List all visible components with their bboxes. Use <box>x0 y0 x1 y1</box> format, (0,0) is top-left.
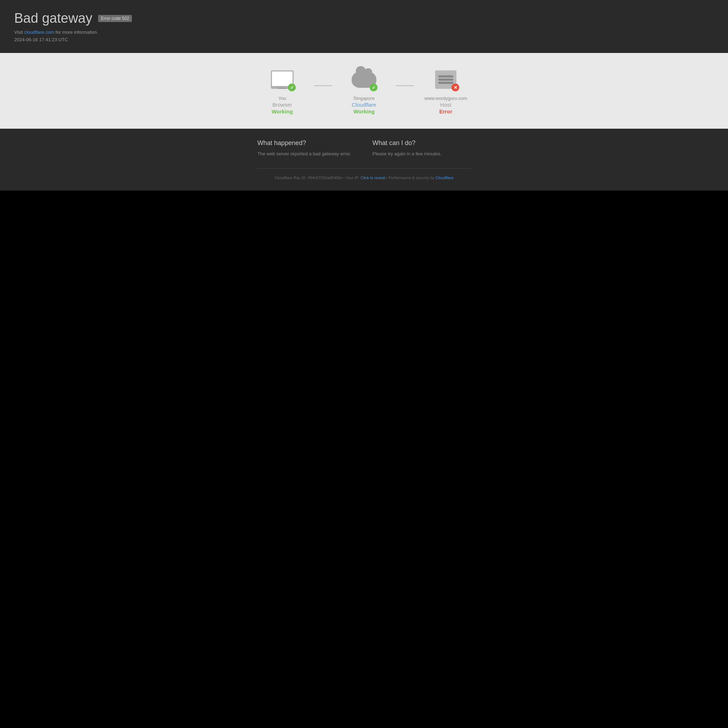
visit-suffix: for more information. <box>54 29 98 35</box>
page-title: Bad gateway <box>14 11 92 26</box>
host-label: www.wordyguru.com <box>424 96 467 101</box>
footer: Cloudflare Ray ID: #94c97262ad9400e • Yo… <box>14 176 714 180</box>
timestamp: 2024-06-16 17:41:23 UTC <box>14 37 714 42</box>
node-host: ✕ www.wordyguru.com Host Error <box>414 67 478 115</box>
click-to-reveal-link[interactable]: Click to reveal <box>361 176 385 180</box>
what-can-i-do-col: What can I do? Please try again in a few… <box>373 139 442 158</box>
cloudflare-icon-container: ✓ <box>350 67 378 92</box>
connector-2 <box>396 85 414 86</box>
visit-prefix: Visit <box>14 29 24 35</box>
server-line-3 <box>438 82 453 84</box>
node-cloudflare: ✓ Singapore Cloudflare Working <box>332 67 396 115</box>
you-sublabel: Browser <box>272 102 292 108</box>
host-status-error-icon: ✕ <box>451 84 459 91</box>
what-happened-body: The web server reported a bad gateway er… <box>257 150 351 158</box>
error-badge: Error code 502 <box>98 15 132 22</box>
cloudflare-footer-link[interactable]: Cloudflare <box>436 176 453 180</box>
you-label: You <box>278 96 286 101</box>
node-you: ✓ You Browser Working <box>250 67 314 115</box>
cloudflare-label: Singapore <box>353 96 374 101</box>
what-happened-title: What happened? <box>257 139 351 147</box>
you-icon-container: ✓ <box>268 67 297 92</box>
error-title-row: Bad gateway Error code 502 <box>14 11 714 26</box>
host-status: Error <box>439 109 453 115</box>
info-columns: What happened? The web server reported a… <box>257 139 471 158</box>
perf-prefix: • Performance & security by <box>385 176 436 180</box>
cloudflare-status: Working <box>353 109 375 115</box>
host-sublabel: Host <box>440 102 451 108</box>
server-line-2 <box>438 78 453 81</box>
what-happened-col: What happened? The web server reported a… <box>257 139 351 158</box>
cloudflare-link[interactable]: cloudflare.com <box>24 29 54 35</box>
cloudflare-status-check-icon: ✓ <box>370 84 378 91</box>
status-section: ✓ You Browser Working ✓ Singapore Cloudf… <box>0 53 728 128</box>
bottom-section: What happened? The web server reported a… <box>0 128 728 191</box>
cloudflare-name: Cloudflare <box>352 102 376 108</box>
connector-1 <box>314 85 332 86</box>
ip-prefix: • Your IP: <box>342 176 361 180</box>
what-can-i-do-title: What can I do? <box>373 139 442 147</box>
ray-id: #94c97262ad9400e <box>307 176 342 180</box>
top-header: Bad gateway Error code 502 Visit cloudfl… <box>0 0 728 53</box>
what-can-i-do-body: Please try again in a few minutes. <box>373 150 442 158</box>
divider <box>257 168 471 168</box>
visit-text: Visit cloudflare.com for more informatio… <box>14 29 714 35</box>
server-line-1 <box>438 75 453 78</box>
ray-prefix: Cloudflare Ray ID: <box>275 176 308 180</box>
you-status-check-icon: ✓ <box>288 84 296 91</box>
you-status: Working <box>272 109 293 115</box>
host-icon-container: ✕ <box>431 67 460 92</box>
nodes-wrapper: ✓ You Browser Working ✓ Singapore Cloudf… <box>7 67 721 115</box>
